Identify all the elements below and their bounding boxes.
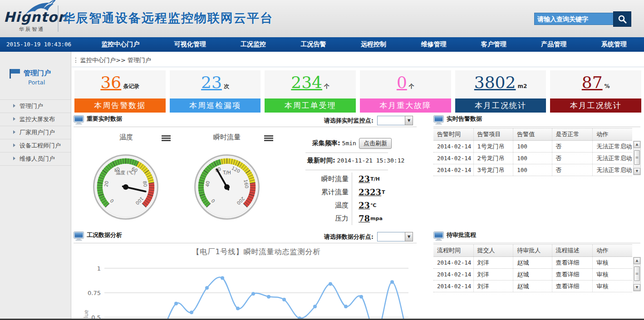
action-link[interactable]: 审核 <box>592 257 632 268</box>
approval-table-body: 2014-02-14刘洋赵城查看详细审核2014-02-14刘洋赵城查看详细审核… <box>433 257 632 292</box>
sidebar-item-label: 厂家用户门户 <box>20 129 55 136</box>
scroll-up-button[interactable]: ▲ <box>634 141 640 148</box>
monitor-icon <box>433 231 444 242</box>
reading-value-link[interactable]: 78 <box>359 214 370 223</box>
stat-card-value-area: 0个 <box>360 70 451 98</box>
sidebar-item-0[interactable]: 管理门户 <box>0 99 71 113</box>
stat-value-link[interactable]: 0 <box>397 73 407 92</box>
select-value[interactable] <box>377 116 405 125</box>
table-cell: 刘洋 <box>473 281 513 292</box>
scrollbar-track[interactable]: ≡ <box>634 264 640 284</box>
scrollbar-thumb[interactable]: ≡ <box>634 150 640 165</box>
scrollbar-thumb[interactable]: ≡ <box>634 266 640 281</box>
reading-unit: T <box>382 189 385 195</box>
action-link[interactable]: 查看详细 <box>552 269 593 280</box>
table-cell: 否 <box>552 141 593 152</box>
monitor-icon <box>433 115 444 126</box>
stat-value-link[interactable]: 3802 <box>474 73 516 92</box>
svg-text:0.75: 0.75 <box>88 290 101 296</box>
approval-table-scrollbar[interactable]: ▲ ≡ ▼ <box>633 257 641 291</box>
table-cell: 无法正常启动 <box>592 164 632 176</box>
divider <box>72 67 644 67</box>
nav-item-6[interactable]: 客户管理 <box>481 40 506 49</box>
stat-label: 本周告警数据 <box>74 98 166 113</box>
stat-unit: 次 <box>224 83 229 89</box>
select-value[interactable] <box>377 232 405 241</box>
reading-unit: ℃ <box>370 202 376 208</box>
chart-marker <box>329 282 332 286</box>
monitor-point-select[interactable]: ▼ <box>377 116 413 125</box>
approval-table-header: 流程时间提交人待审批人流程描述动作 <box>433 244 632 257</box>
nav-item-2[interactable]: 工况监控 <box>241 40 266 49</box>
reading-unit: mpa <box>370 216 383 222</box>
reading-value-link[interactable]: 23 <box>359 174 370 184</box>
sidebar-menu: 管理门户监控大屏发布厂家用户门户设备工程师门户维修人员门户 <box>0 99 71 166</box>
realtime-section-header: 重要实时数据 请选择实时监控点: ▼ <box>74 115 417 127</box>
nav-item-7[interactable]: 产品管理 <box>541 40 566 49</box>
nav-item-8[interactable]: 系统管理 <box>601 40 627 49</box>
logo-divider <box>58 5 59 32</box>
nav-bar: 2015-10-19 10:43:06 监控中心门户可视化管理工况监控工况告警远… <box>0 37 644 52</box>
stat-unit: % <box>605 83 610 89</box>
search-button[interactable] <box>613 11 631 27</box>
chart-marker <box>190 310 193 314</box>
chevron-down-icon[interactable]: ▼ <box>405 232 413 241</box>
stat-card-1: 23次本周巡检漏项 <box>170 70 261 113</box>
chart-marker <box>390 280 394 284</box>
nav-item-3[interactable]: 工况告警 <box>301 40 326 49</box>
monitor-point-select-label: 请选择实时监控点: <box>324 117 374 125</box>
reading-row-0: 瞬时流量23T/H <box>294 172 413 186</box>
table-row: 2014-02-143号龙门吊100否无法正常启动 <box>433 164 632 176</box>
analysis-point-select[interactable]: ▼ <box>377 232 413 241</box>
scroll-down-button[interactable]: ▼ <box>634 168 640 175</box>
sidebar-item-label: 管理门户 <box>20 103 43 109</box>
sidebar-item-1[interactable]: 监控大屏发布 <box>0 113 71 126</box>
chart-marker <box>359 295 363 299</box>
table-cell: 2号龙门吊 <box>473 153 513 164</box>
stat-label: 本月工况统计 <box>550 98 641 113</box>
action-link[interactable]: 查看详细 <box>552 257 593 268</box>
breadcrumb-text: 监控中心门户>> 管理门户 <box>80 57 151 64</box>
sidebar-item-4[interactable]: 维修人员门户 <box>0 152 71 166</box>
reading-value-link[interactable]: 2323 <box>359 187 381 197</box>
nav-item-0[interactable]: 监控中心门户 <box>101 40 139 49</box>
action-link[interactable]: 审核 <box>592 281 632 292</box>
action-link[interactable]: 查看详细 <box>552 281 593 292</box>
realtime-section-title: 重要实时数据 <box>87 115 122 122</box>
reading-value-link[interactable]: 23 <box>359 201 370 210</box>
table-cell: 2014-02-14 <box>433 283 473 290</box>
search-input[interactable] <box>534 13 614 25</box>
stat-card-0: 36条记录本周告警数据 <box>74 70 166 113</box>
chart-menu-icon[interactable] <box>162 135 171 142</box>
analysis-section-title: 工况数据分析 <box>87 231 122 238</box>
sidebar: 管理门户 Portal 管理门户监控大屏发布厂家用户门户设备工程师门户维修人员门… <box>0 52 71 320</box>
table-cell: 2014-02-14 <box>433 167 473 173</box>
table-cell: 100 <box>513 164 551 176</box>
stat-value-link[interactable]: 234 <box>291 73 322 92</box>
nav-item-4[interactable]: 远程控制 <box>361 40 386 49</box>
svg-text:T/H: T/H <box>222 170 231 175</box>
scrollbar-track[interactable]: ≡ <box>634 148 640 168</box>
stat-unit: m2 <box>517 83 527 89</box>
stat-label: 本周工单受理 <box>265 98 356 113</box>
alarm-table-scrollbar[interactable]: ▲ ≡ ▼ <box>633 141 641 175</box>
refresh-button[interactable]: 点击刷新 <box>359 138 392 149</box>
stat-value-link[interactable]: 87 <box>582 73 603 92</box>
sidebar-item-2[interactable]: 厂家用户门户 <box>0 126 71 139</box>
stat-card-value-area: 23次 <box>170 70 261 98</box>
action-link[interactable]: 审核 <box>592 269 632 280</box>
nav-timestamp: 2015-10-19 10:43:06 <box>6 37 71 52</box>
nav-item-5[interactable]: 维修管理 <box>421 40 446 49</box>
stat-value-link[interactable]: 36 <box>100 73 121 92</box>
svg-text:40: 40 <box>204 181 211 187</box>
stat-value-link[interactable]: 23 <box>201 73 222 92</box>
sidebar-item-3[interactable]: 设备工程师门户 <box>0 139 71 152</box>
stat-cards-row: 36条记录本周告警数据23次本周巡检漏项234个本周工单受理0个本月重大故障38… <box>74 70 641 113</box>
chevron-down-icon[interactable]: ▼ <box>405 116 413 125</box>
scroll-down-button[interactable]: ▼ <box>634 284 640 291</box>
column-header: 流程描述 <box>552 245 593 256</box>
nav-item-1[interactable]: 可视化管理 <box>174 40 206 49</box>
chart-menu-icon[interactable] <box>264 135 273 142</box>
scroll-up-button[interactable]: ▲ <box>634 257 640 264</box>
portal-subtitle: Portal <box>28 79 45 86</box>
